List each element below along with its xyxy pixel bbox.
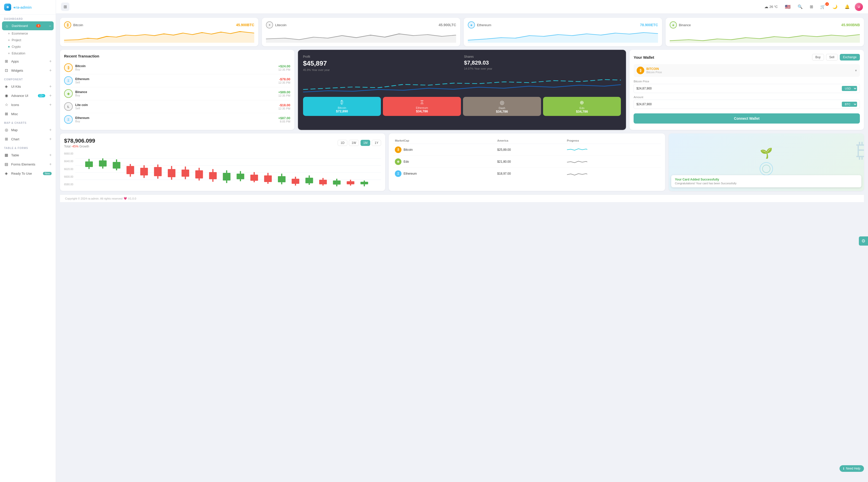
currency-select[interactable]: USDBTCETH	[842, 86, 857, 91]
sidebar-item-table[interactable]: ▦ Table +	[0, 151, 56, 160]
coin-grid: ₿ Bitcoin $72,890 Ξ Ethereum $34,786 ◎ D…	[303, 97, 621, 116]
svg-rect-19	[154, 167, 162, 176]
bitcoin-price: 45.900BTC	[236, 23, 254, 27]
tx-item-bitcoin: ₿ Bitcoin Buy +$24.00 12:35 PM	[64, 61, 290, 74]
weather-item: ☁ 26 °C	[762, 3, 780, 10]
chart-sub: Total -45% Growth	[64, 144, 95, 148]
svg-marker-3	[670, 35, 860, 43]
svg-rect-33	[250, 175, 258, 181]
need-help-button[interactable]: ℹ Need Help	[839, 465, 864, 472]
search-icon: 🔍	[798, 4, 803, 9]
chart-btn-1w[interactable]: 1W	[349, 140, 359, 146]
icons-expand-icon[interactable]: +	[49, 102, 52, 107]
sidebar-item-apps[interactable]: ⊞ Apps +	[0, 57, 56, 66]
map-expand-icon[interactable]: +	[49, 128, 52, 132]
chart-btn-1y[interactable]: 1Y	[372, 140, 381, 146]
misc-icon: ⊠	[4, 111, 9, 116]
new-badge: New	[43, 172, 52, 175]
america-header: America	[495, 137, 565, 144]
sidebar-sub-crypto[interactable]: Crypto	[0, 43, 56, 50]
exchange-button[interactable]: Exchange	[840, 54, 860, 61]
price-field[interactable]: $24,87,900 USDBTCETH	[633, 84, 860, 93]
search-item[interactable]: 🔍	[796, 3, 805, 10]
bell-icon: 🔔	[845, 4, 850, 9]
cart-item[interactable]: 🛒	[818, 3, 827, 10]
svg-rect-41	[305, 178, 313, 183]
market-row-bitcoin: ₿ Bitcoin $25,89.00	[393, 144, 661, 156]
chart-expand-icon[interactable]: +	[49, 137, 52, 141]
chevron-down-icon[interactable]: ▾	[855, 68, 857, 72]
price-field-group: Bitcoin Price $24,87,900 USDBTCETH	[633, 80, 860, 93]
moon-icon: 🌙	[832, 4, 837, 9]
collapse-icon[interactable]: −	[49, 24, 51, 28]
home-icon: ⌂	[5, 24, 9, 28]
sidebar-sub-education[interactable]: Education	[0, 50, 56, 57]
icons-icon: ☆	[4, 102, 9, 107]
edo-amount: $21,80.00	[495, 156, 565, 168]
crypto-cards-row: ₿ Bitcoin 45.900BTC ✦ Litecoin 45.900LTC	[60, 18, 864, 46]
sell-button[interactable]: Sell	[826, 54, 838, 61]
sidebar-item-ui-kits[interactable]: ◈ UI Kits +	[0, 82, 56, 91]
avatar[interactable]: U	[855, 3, 863, 11]
coin-tile-dash[interactable]: ◎ Dash $34,786	[463, 97, 541, 116]
forms-expand-icon[interactable]: +	[49, 162, 52, 166]
ui-kits-expand-icon[interactable]: +	[49, 84, 52, 89]
bitcoin-wallet-sub: Bitcoin Price	[646, 71, 853, 74]
amount-label: Amount	[633, 96, 860, 99]
weather-icon: ☁	[764, 4, 768, 9]
flag-item[interactable]: 🇺🇸	[783, 3, 793, 11]
svg-rect-25	[195, 170, 203, 179]
ui-kits-icon: ◈	[4, 84, 9, 89]
chart-btn-1d[interactable]: 1D	[338, 140, 347, 146]
help-icon: ℹ	[843, 467, 844, 470]
crypto-card-litecoin: ✦ Litecoin 45.900LTC	[262, 18, 460, 46]
sidebar-item-map[interactable]: ◎ Map +	[0, 125, 56, 134]
connect-wallet-button[interactable]: Connect Wallet	[633, 114, 860, 124]
sidebar-sub-ecommerce[interactable]: Ecommerce	[0, 30, 56, 37]
ethereum-amount: $18,97.00	[495, 168, 565, 180]
svg-point-51	[763, 165, 770, 172]
sidebar-item-icons[interactable]: ☆ Icons +	[0, 100, 56, 109]
svg-point-50	[760, 162, 773, 175]
apps-expand-icon[interactable]: +	[49, 59, 52, 64]
sidebar-item-chart[interactable]: ⊞ Chart +	[0, 134, 56, 143]
content-area: ₿ Bitcoin 45.900BTC ✦ Litecoin 45.900LTC	[56, 14, 868, 482]
svg-rect-39	[291, 179, 299, 184]
profit-sub: 45.9% Year over year	[303, 68, 460, 71]
coin-tile-bitcoin[interactable]: ₿ Bitcoin $72,890	[303, 97, 381, 116]
ethereum-name: Ethereum	[477, 23, 491, 27]
coin-tile-ethereum[interactable]: Ξ Ethereum $34,786	[383, 97, 461, 116]
buy-button[interactable]: Buy	[812, 54, 824, 61]
sidebar-item-widgets[interactable]: ⊡ Widgets +	[0, 66, 56, 75]
marketcap-header: MarketCap	[393, 137, 495, 144]
widgets-expand-icon[interactable]: +	[49, 68, 52, 73]
binance-name: Binance	[679, 23, 691, 27]
sidebar-item-forms[interactable]: ▤ Forms Elements +	[0, 160, 56, 169]
ethereum-tile-icon: Ξ	[385, 99, 459, 105]
amount-field[interactable]: $24,87,900 BTCUSDETH	[633, 100, 860, 109]
svg-marker-1	[266, 34, 456, 43]
notification-item[interactable]: 🔔	[843, 3, 852, 10]
svg-rect-9	[85, 161, 93, 167]
bitcoin-market-icon: ₿	[395, 147, 401, 153]
sidebar-item-advance-ui[interactable]: ◉ Advance UI 12+ +	[0, 91, 56, 100]
advance-ui-expand-icon[interactable]: +	[49, 93, 52, 98]
amount-currency-select[interactable]: BTCUSDETH	[842, 102, 857, 107]
svg-rect-35	[264, 175, 272, 182]
sidebar-item-dashboard[interactable]: ⌂ Dashboard 4 −	[2, 21, 54, 30]
litecoin-price: 45.900LTC	[439, 23, 456, 27]
sidebar-item-ready-to-use[interactable]: ◈ Ready To Use New	[0, 169, 56, 178]
coin-tile-edo[interactable]: ⊕ Edo $34,786	[543, 97, 621, 116]
chart-btn-1m[interactable]: 1M	[361, 140, 370, 146]
grid-item[interactable]: ⊞	[808, 3, 815, 10]
settings-float-button[interactable]: ⚙	[859, 236, 868, 246]
svg-rect-37	[278, 176, 285, 182]
sidebar-sub-project[interactable]: Project	[0, 37, 56, 43]
sidebar: ⊛ ●ra-admin DASHBOARD ⌂ Dashboard 4 − Ec…	[0, 0, 56, 482]
moon-item[interactable]: 🌙	[830, 3, 839, 10]
table-expand-icon[interactable]: +	[49, 153, 52, 157]
chart-y-labels: 6660.00 6640.00 6620.00 6600.00 6580.00	[64, 151, 73, 187]
topbar-apps-button[interactable]: ⊞	[61, 3, 69, 11]
sidebar-item-misc[interactable]: ⊠ Misc	[0, 109, 56, 119]
recent-tx-title: Recent Transaction	[64, 54, 290, 58]
